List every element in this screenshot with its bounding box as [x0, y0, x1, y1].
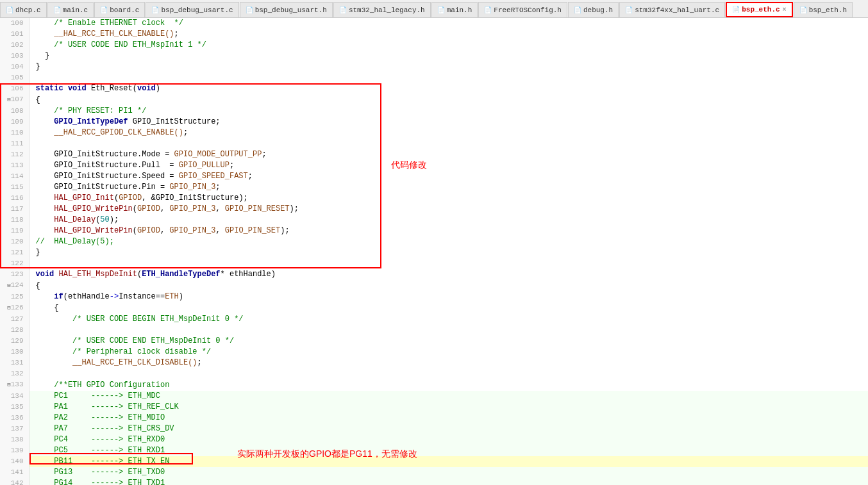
- table-row: 140 PB11 ------> ETH_TX_EN: [0, 456, 868, 467]
- tab-label: dhcp.c: [15, 6, 41, 14]
- tab-close[interactable]: ×: [783, 6, 787, 13]
- line-content: HAL_GPIO_Init(GPIOD, &GPIO_InitStructure…: [29, 193, 868, 204]
- tab-label: stm32_hal_legacy.h: [349, 6, 425, 14]
- line-content: /* USER CODE END ETH_MspDeInit 0 */: [29, 336, 868, 347]
- line-number: 142: [0, 478, 29, 485]
- table-row: 118 HAL_Delay(50);: [0, 215, 868, 226]
- line-number: ⊟107: [0, 94, 29, 106]
- tab-FreeRTOSConfig[interactable]: 📄FreeRTOSConfig.h: [478, 2, 567, 17]
- table-row: 117 HAL_GPIO_WritePin(GPIOD, GPIO_PIN_3,…: [0, 204, 868, 215]
- line-content: {: [29, 302, 868, 314]
- line-number: 113: [0, 160, 29, 171]
- table-row: 115 GPIO_InitStructure.Pin = GPIO_PIN_3;: [0, 182, 868, 193]
- tab-main_c[interactable]: 📄main.c: [47, 2, 94, 17]
- tab-debug_h[interactable]: 📄debug.h: [568, 2, 619, 17]
- table-row: 130 /* Peripheral clock disable */: [0, 347, 868, 358]
- line-number: 112: [0, 149, 29, 160]
- line-content: if(ethHandle->Instance==ETH): [29, 292, 868, 302]
- line-number: 106: [0, 83, 29, 94]
- tab-stm32f4xx_hal_uart[interactable]: 📄stm32f4xx_hal_uart.c: [619, 2, 725, 17]
- tab-dhcp[interactable]: 📄dhcp.c: [0, 2, 47, 17]
- tab-main_h[interactable]: 📄main.h: [431, 2, 478, 17]
- tab-label: bsp_debug_usart.c: [161, 6, 233, 14]
- line-number: 101: [0, 29, 29, 40]
- line-content: /* Peripheral clock disable */: [29, 347, 868, 358]
- table-row: 134 PC1 ------> ETH_MDC: [0, 391, 868, 402]
- file-icon: 📄: [246, 6, 253, 14]
- tab-bsp_debug_usart_c[interactable]: 📄bsp_debug_usart.c: [146, 2, 238, 17]
- line-number: 139: [0, 445, 29, 456]
- table-row: 120// HAL_Delay(5);: [0, 236, 868, 247]
- line-content: /**ETH GPIO Configuration: [29, 379, 868, 391]
- file-icon: 📄: [100, 6, 108, 14]
- line-number: 132: [0, 368, 29, 379]
- line-number: 111: [0, 138, 29, 149]
- line-content: HAL_GPIO_WritePin(GPIOD, GPIO_PIN_3, GPI…: [29, 226, 868, 236]
- line-content: PC5 ------> ETH_RXD1: [29, 445, 868, 456]
- line-content: PC1 ------> ETH_MDC: [29, 391, 868, 402]
- collapse-icon[interactable]: ⊟: [3, 303, 11, 314]
- line-number: 116: [0, 193, 29, 204]
- line-number: 103: [0, 51, 29, 62]
- line-number: 123: [0, 269, 29, 280]
- collapse-icon[interactable]: ⊟: [3, 281, 11, 292]
- tab-bsp_eth_h[interactable]: 📄bsp_eth.h: [794, 2, 853, 17]
- table-row: 123void HAL_ETH_MspDeInit(ETH_HandleType…: [0, 269, 868, 280]
- tab-stm32_hal_legacy[interactable]: 📄stm32_hal_legacy.h: [333, 2, 431, 17]
- table-row: 138 PC4 ------> ETH_RXD0: [0, 434, 868, 445]
- table-row: 114 GPIO_InitStructure.Speed = GPIO_SPEE…: [0, 171, 868, 182]
- line-number: 110: [0, 127, 29, 138]
- table-row: 125 if(ethHandle->Instance==ETH): [0, 292, 868, 302]
- line-content: PA2 ------> ETH_MDIO: [29, 413, 868, 423]
- line-number: 127: [0, 314, 29, 325]
- line-number: 129: [0, 336, 29, 347]
- collapse-icon[interactable]: ⊟: [3, 95, 11, 106]
- line-content: PC4 ------> ETH_RXD0: [29, 434, 868, 445]
- table-row: 100 /* Enable ETHERNET clock */: [0, 18, 868, 29]
- line-number: 104: [0, 62, 29, 72]
- line-content: GPIO_InitStructure.Pull = GPIO_PULLUP;: [29, 160, 868, 171]
- line-number: 137: [0, 423, 29, 434]
- line-number: ⊟133: [0, 379, 29, 391]
- line-content: /* USER CODE END ETH_MspInit 1 */: [29, 40, 868, 51]
- line-content: PA7 ------> ETH_CRS_DV: [29, 423, 868, 434]
- line-content: {: [29, 94, 868, 106]
- table-row: 105: [0, 72, 868, 83]
- table-row: 111: [0, 138, 868, 149]
- table-row: ⊟124{: [0, 280, 868, 292]
- collapse-icon[interactable]: ⊟: [3, 380, 11, 391]
- table-row: 109 GPIO_InitTypeDef GPIO_InitStructure;: [0, 117, 868, 127]
- line-number: 102: [0, 40, 29, 51]
- table-row: 104}: [0, 62, 868, 72]
- tab-bsp_eth_c[interactable]: 📄bsp_eth.c×: [726, 2, 792, 17]
- line-content: GPIO_InitStructure.Mode = GPIO_MODE_OUTP…: [29, 149, 868, 160]
- table-row: 121}: [0, 247, 868, 258]
- line-content: __HAL_RCC_GPIOD_CLK_ENABLE();: [29, 127, 868, 138]
- table-row: 122: [0, 258, 868, 269]
- table-row: 112 GPIO_InitStructure.Mode = GPIO_MODE_…: [0, 149, 868, 160]
- table-row: ⊟107{: [0, 94, 868, 106]
- file-icon: 📄: [484, 6, 492, 14]
- line-content: {: [29, 280, 868, 292]
- table-row: 108 /* PHY RESET: PI1 */: [0, 106, 868, 117]
- line-content: [29, 72, 868, 83]
- tab-label: main.h: [447, 6, 472, 14]
- line-content: PB11 ------> ETH_TX_EN: [29, 456, 868, 467]
- line-number: 109: [0, 117, 29, 127]
- line-content: PA1 ------> ETH_REF_CLK: [29, 402, 868, 413]
- line-number: 122: [0, 258, 29, 269]
- file-icon: 📄: [6, 6, 13, 14]
- line-number: 141: [0, 467, 29, 478]
- tab-bsp_debug_usart_h[interactable]: 📄bsp_debug_usart.h: [240, 2, 333, 17]
- tab-board[interactable]: 📄board.c: [94, 2, 145, 17]
- file-icon: 📄: [53, 6, 61, 14]
- table-row: 131 __HAL_RCC_ETH_CLK_DISABLE();: [0, 358, 868, 368]
- line-number: 128: [0, 325, 29, 336]
- tab-label: debug.h: [583, 6, 613, 14]
- line-number: 140: [0, 456, 29, 467]
- file-icon: 📄: [799, 6, 807, 14]
- table-row: 141 PG13 ------> ETH_TXD0: [0, 467, 868, 478]
- table-row: 137 PA7 ------> ETH_CRS_DV: [0, 423, 868, 434]
- line-content: [29, 325, 868, 336]
- table-row: 102 /* USER CODE END ETH_MspInit 1 */: [0, 40, 868, 51]
